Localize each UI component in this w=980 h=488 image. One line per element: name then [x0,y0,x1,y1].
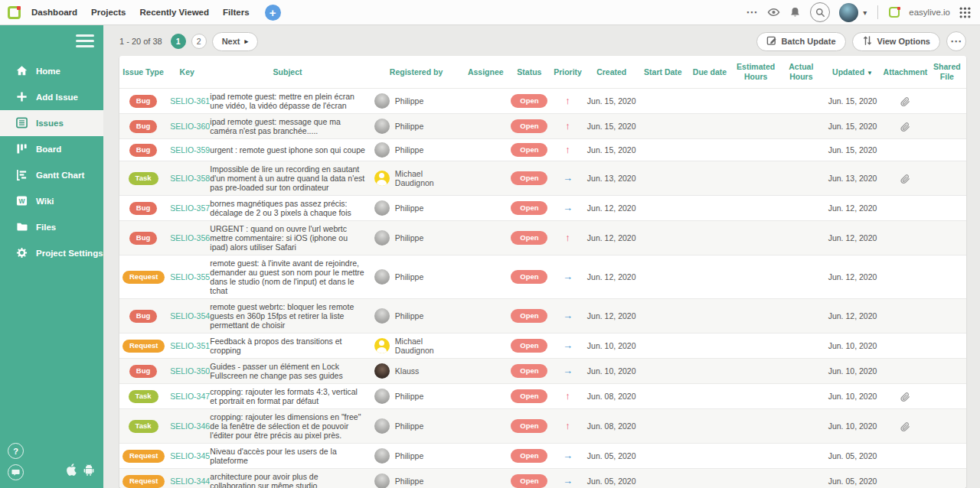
col-subject[interactable]: Subject [207,56,368,89]
sidebar-item-add-issue[interactable]: Add Issue [0,84,103,110]
issue-key-link[interactable]: SELIO-344 [170,477,210,486]
page-1-button[interactable]: 1 [171,34,186,49]
global-nav-links: Dashboard Projects Recently Viewed Filte… [31,8,263,17]
table-row[interactable]: Task SELIO-347 cropping: rajouter les fo… [119,384,966,409]
sidebar-item-files[interactable]: Files [0,214,103,240]
created-date: Jun. 08, 2020 [584,409,639,444]
global-add-button[interactable]: + [265,5,281,21]
issue-key-link[interactable]: SELIO-350 [170,366,210,376]
col-created[interactable]: Created [584,56,639,89]
user-avatar[interactable] [839,3,858,22]
issue-key-link[interactable]: SELIO-346 [170,421,210,431]
table-row[interactable]: Bug SELIO-361 ipad remote guest: mettre … [119,89,966,114]
table-row[interactable]: Bug SELIO-354 remote guest webrtc: bloqu… [119,299,966,333]
issue-subject: remote guest: à l'invite avant de rejoin… [207,255,368,299]
table-row[interactable]: Bug SELIO-350 Guides - passer un élément… [119,359,966,384]
registered-by-avatar [374,93,390,109]
col-shared-file[interactable]: Shared File [928,56,966,89]
table-row[interactable]: Task SELIO-346 cropping: rajouter les di… [119,409,966,444]
registered-by-name: Klauss [395,366,420,376]
table-row[interactable]: Request SELIO-355 remote guest: à l'invi… [119,255,966,299]
issue-key-link[interactable]: SELIO-361 [170,96,210,106]
table-row[interactable]: Task SELIO-358 Impossible de lire un rec… [119,161,966,196]
estimated-hours-cell [733,333,779,359]
table-row[interactable]: Bug SELIO-360 ipad remote guest: message… [119,114,966,139]
sidebar-item-project-settings[interactable]: Project Settings [0,240,103,266]
table-row[interactable]: Request SELIO-345 Niveau d'accès pour le… [119,444,966,469]
actual-hours-cell [779,139,823,161]
col-estimated-hours[interactable]: Estimated Hours [733,56,779,89]
issue-subject: cropping: rajouter les formats 4:3, vert… [207,384,368,409]
batch-update-button[interactable]: Batch Update [756,32,846,51]
registered-by-avatar [374,308,390,324]
view-options-button[interactable]: View Options [852,32,940,51]
backlog-logo-icon[interactable] [8,6,21,19]
table-row[interactable]: Request SELIO-344 architecture pour avoi… [119,469,966,488]
registered-by-avatar [374,200,390,216]
sidebar-item-wiki[interactable]: W Wiki [0,188,103,214]
table-row[interactable]: Bug SELIO-357 bornes magnétiques pas ass… [119,196,966,221]
col-actual-hours[interactable]: Actual Hours [779,56,823,89]
issue-key-link[interactable]: SELIO-354 [170,311,210,320]
issue-type-pill: Task [129,390,158,403]
col-key[interactable]: Key [167,56,207,89]
issue-subject: remote guest webrtc: bloquer les remote … [207,299,368,333]
col-updated[interactable]: Updated ▼ [823,56,881,89]
col-issue-type[interactable]: Issue Type [119,56,167,89]
actual-hours-cell [779,333,823,359]
nav-filters[interactable]: Filters [223,8,250,17]
more-menu-icon[interactable]: ⋯ [746,5,758,19]
apps-grid-icon[interactable] [959,7,971,18]
issue-key-link[interactable]: SELIO-356 [170,233,210,242]
notifications-bell-icon[interactable] [789,6,801,18]
issue-key-link[interactable]: SELIO-355 [170,272,210,281]
col-start-date[interactable]: Start Date [639,56,687,89]
sidebar-item-board[interactable]: Board [0,136,103,162]
sidebar-item-gantt-chart[interactable]: Gantt Chart [0,162,103,188]
table-row[interactable]: Request SELIO-351 Feedback à propos des … [119,333,966,359]
issue-key-link[interactable]: SELIO-360 [170,122,210,131]
issue-key-link[interactable]: SELIO-345 [170,451,210,460]
issue-key-link[interactable]: SELIO-359 [170,145,210,155]
col-priority[interactable]: Priority [551,56,583,89]
table-row[interactable]: Bug SELIO-356 URGENT : quand on ouvre l'… [119,221,966,255]
sidebar-collapse-icon[interactable] [76,34,94,47]
sidebar-item-home[interactable]: Home [0,58,103,84]
next-page-button[interactable]: Next ▸ [212,32,258,51]
issue-type-pill: Bug [129,144,157,157]
apple-ios-icon[interactable] [66,464,77,479]
issue-key-link[interactable]: SELIO-347 [170,392,210,401]
issue-key-link[interactable]: SELIO-357 [170,203,210,213]
android-icon[interactable] [83,464,94,479]
sidebar-item-issues[interactable]: Issues [0,110,103,136]
nav-dashboard[interactable]: Dashboard [31,8,77,17]
table-row[interactable]: Bug SELIO-359 urgent : remote guest ipho… [119,139,966,161]
more-options-button[interactable]: ⋯ [946,31,966,51]
issue-key-link[interactable]: SELIO-351 [170,341,210,350]
feedback-chat-icon[interactable] [8,464,24,480]
page-2-button[interactable]: 2 [191,34,207,49]
wiki-icon: W [16,195,28,208]
attachment-paperclip-icon [900,421,910,430]
due-date-cell [687,196,733,221]
updated-date: Jun. 12, 2020 [823,299,881,333]
status-badge: Open [511,309,547,323]
nav-recently-viewed[interactable]: Recently Viewed [139,8,209,17]
status-badge: Open [511,171,547,185]
watch-eye-icon[interactable] [767,7,780,18]
help-icon[interactable]: ? [8,443,24,459]
nav-projects[interactable]: Projects [91,8,126,17]
col-attachment[interactable]: Attachment [882,56,928,89]
start-date-cell [639,444,687,469]
col-due-date[interactable]: Due date [687,56,733,89]
col-registered-by[interactable]: Registered by [368,56,464,89]
registered-by-avatar [374,363,390,379]
workspace-name[interactable]: easylive.io [909,8,950,17]
user-menu-caret-icon[interactable]: ▾ [863,8,867,17]
updated-date: Jun. 10, 2020 [823,384,881,409]
col-status[interactable]: Status [507,56,551,89]
col-assignee[interactable]: Assignee [464,56,507,89]
issue-key-link[interactable]: SELIO-358 [170,174,210,183]
search-icon[interactable] [810,2,830,22]
navbar-divider [877,5,878,19]
